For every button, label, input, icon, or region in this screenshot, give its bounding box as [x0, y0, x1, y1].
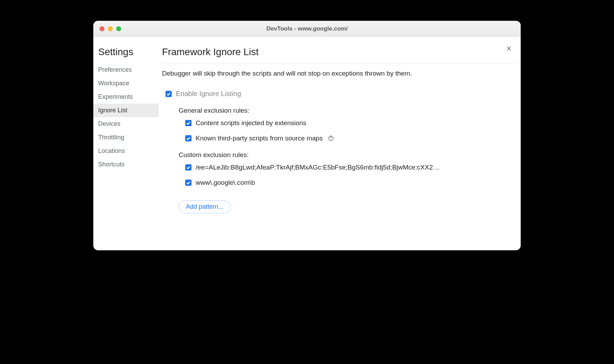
- sidebar-item-locations[interactable]: Locations: [93, 144, 159, 158]
- enable-ignore-checkbox[interactable]: [165, 91, 172, 97]
- check-icon: [186, 165, 191, 170]
- general-rule-row: Known third-party scripts from source ma…: [162, 135, 517, 142]
- sidebar-item-shortcuts[interactable]: Shortcuts: [93, 158, 159, 171]
- devtools-window: DevTools - www.google.com/ Settings Pref…: [93, 21, 521, 250]
- enable-ignore-label: Enable Ignore Listing: [176, 90, 241, 98]
- settings-content: Settings Preferences Workspace Experimen…: [93, 37, 521, 250]
- custom-rule-row: www\.google\.com\b: [162, 179, 517, 187]
- third-party-scripts-checkbox[interactable]: [185, 135, 191, 141]
- general-rule-row: Content scripts injected by extensions: [162, 119, 517, 127]
- sidebar-item-ignore-list[interactable]: Ignore List: [93, 104, 159, 117]
- window-titlebar: DevTools - www.google.com/: [93, 21, 521, 37]
- sidebar-item-experiments[interactable]: Experiments: [93, 90, 159, 104]
- svg-point-1: [331, 139, 331, 140]
- sidebar-item-preferences[interactable]: Preferences: [93, 63, 159, 77]
- custom-rule-2-checkbox[interactable]: [185, 180, 191, 186]
- custom-rule-row: /ee=ALeJib:B8gLwd;AfeaP:TkrAjf;BMxAGc:E5…: [162, 164, 517, 171]
- settings-sidebar: Settings Preferences Workspace Experimen…: [93, 37, 159, 250]
- general-rules-heading: General exclusion rules:: [162, 107, 517, 114]
- custom-rules-heading: Custom exclusion rules:: [162, 151, 517, 159]
- close-icon: [505, 45, 512, 52]
- check-icon: [186, 121, 191, 125]
- window-title: DevTools - www.google.com/: [93, 25, 521, 32]
- page-title: Framework Ignore List: [162, 46, 517, 63]
- sidebar-item-throttling[interactable]: Throttling: [93, 131, 159, 144]
- traffic-lights: [93, 26, 121, 31]
- close-settings-button[interactable]: [505, 44, 513, 53]
- maximize-window-button[interactable]: [116, 26, 121, 31]
- enable-option: Enable Ignore Listing: [162, 90, 517, 98]
- custom-rule-2-label: www\.google\.com\b: [196, 179, 255, 187]
- sidebar-item-devices[interactable]: Devices: [93, 117, 159, 131]
- third-party-scripts-label: Known third-party scripts from source ma…: [196, 135, 323, 142]
- check-icon: [186, 180, 191, 185]
- add-pattern-button[interactable]: Add pattern...: [179, 200, 231, 213]
- check-icon: [186, 136, 191, 141]
- page-description: Debugger will skip through the scripts a…: [162, 70, 517, 77]
- custom-rule-1-label: /ee=ALeJib:B8gLwd;AfeaP:TkrAjf;BMxAGc:E5…: [196, 164, 440, 171]
- custom-rule-1-checkbox[interactable]: [185, 164, 191, 171]
- close-window-button[interactable]: [100, 26, 104, 31]
- settings-main: Framework Ignore List Debugger will skip…: [159, 37, 521, 250]
- sidebar-header: Settings: [93, 44, 159, 63]
- content-scripts-label: Content scripts injected by extensions: [196, 119, 306, 127]
- sidebar-item-workspace[interactable]: Workspace: [93, 77, 159, 90]
- help-icon[interactable]: [327, 135, 334, 142]
- check-icon: [166, 92, 171, 96]
- content-scripts-checkbox[interactable]: [185, 120, 191, 126]
- minimize-window-button[interactable]: [108, 26, 113, 31]
